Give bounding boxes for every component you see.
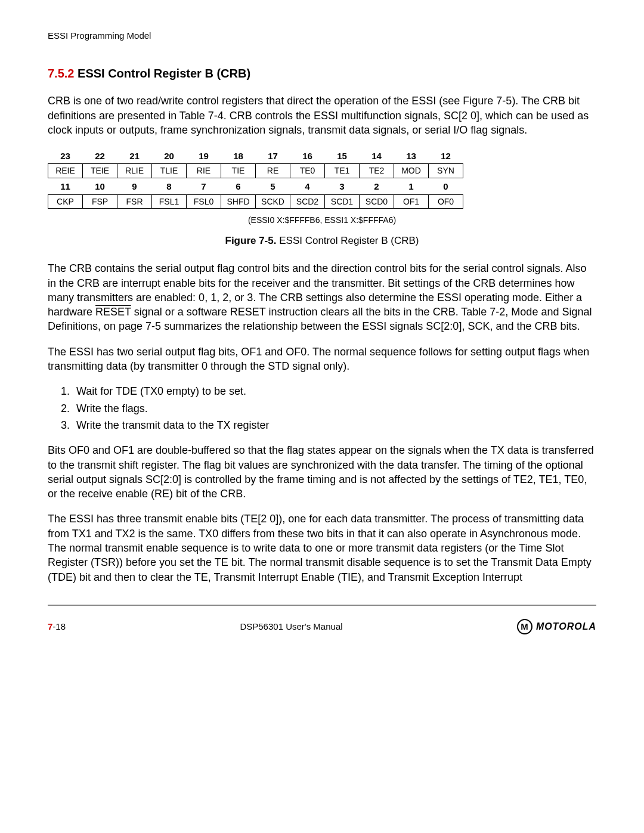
- bit-number-cell: 19: [187, 148, 221, 164]
- bit-name-cell: SCD0: [360, 194, 394, 209]
- step-item: Write the transmit data to the TX regist…: [73, 418, 596, 432]
- step-item: Wait for TDE (TX0 empty) to be set.: [73, 384, 596, 398]
- bit-number-cell: 7: [187, 178, 221, 194]
- manual-name: DSP56301 User's Manual: [66, 621, 517, 633]
- bit-name-cell: MOD: [394, 164, 429, 178]
- bit-number-cell: 0: [429, 178, 463, 194]
- transmit-enable-paragraph: The ESSI has three transmit enable bits …: [48, 512, 596, 584]
- bit-number-cell: 14: [360, 148, 394, 164]
- bit-number-cell: 1: [394, 178, 429, 194]
- bit-name-cell: SCD1: [325, 194, 360, 209]
- bit-name-cell: SYN: [429, 164, 463, 178]
- section-heading: 7.5.2 ESSI Control Register B (CRB): [48, 66, 596, 82]
- section-number: 7.5.2: [48, 67, 74, 80]
- bit-name-cell: OF1: [394, 194, 429, 209]
- figure-title: ESSI Control Register B (CRB): [279, 235, 419, 246]
- bit-name-cell: TLIE: [152, 164, 187, 178]
- bit-number-cell: 10: [83, 178, 117, 194]
- bit-name-cell: OF0: [429, 194, 463, 209]
- bit-name-cell: FSL1: [152, 194, 187, 209]
- bit-name-cell: FSL0: [187, 194, 221, 209]
- bit-name-cell: RE: [256, 164, 290, 178]
- double-buffer-paragraph: Bits OF0 and OF1 are double-buffered so …: [48, 443, 596, 501]
- register-address: (ESSI0 X:$FFFFB6, ESSI1 X:$FFFFA6): [48, 215, 596, 226]
- bit-number-cell: 21: [117, 148, 152, 164]
- output-flag-paragraph: The ESSI has two serial output flag bits…: [48, 345, 596, 374]
- bit-number-cell: 20: [152, 148, 187, 164]
- running-header: ESSI Programming Model: [48, 30, 596, 42]
- motorola-logo: M MOTOROLA: [517, 619, 596, 634]
- bit-name-cell: FSR: [117, 194, 152, 209]
- bit-number-cell: 11: [48, 178, 83, 194]
- bit-number-cell: 8: [152, 178, 187, 194]
- bit-name-cell: CKP: [48, 194, 83, 209]
- page-number: 7-18: [48, 621, 66, 633]
- bit-number-cell: 3: [325, 178, 360, 194]
- bit-name-cell: REIE: [48, 164, 83, 178]
- bit-name-cell: TIE: [221, 164, 256, 178]
- bit-name-cell: TE2: [360, 164, 394, 178]
- bit-number-cell: 12: [429, 148, 463, 164]
- steps-list: Wait for TDE (TX0 empty) to be set. Writ…: [62, 384, 596, 432]
- page-footer: 7-18 DSP56301 User's Manual M MOTOROLA: [48, 605, 596, 634]
- bit-number-cell: 5: [256, 178, 290, 194]
- bit-number-cell: 6: [221, 178, 256, 194]
- bit-number-cell: 16: [290, 148, 325, 164]
- bit-number-cell: 15: [325, 148, 360, 164]
- bit-name-cell: FSP: [83, 194, 117, 209]
- bit-name-cell: RIE: [187, 164, 221, 178]
- intro-paragraph: CRB is one of two read/write control reg…: [48, 94, 596, 137]
- bit-name-cell: TE1: [325, 164, 360, 178]
- bit-name-cell: SCKD: [256, 194, 290, 209]
- bit-number-cell: 17: [256, 148, 290, 164]
- bit-name-cell: RLIE: [117, 164, 152, 178]
- bit-number-cell: 9: [117, 178, 152, 194]
- section-title-text: ESSI Control Register B (CRB): [78, 67, 250, 80]
- bit-name-cell: SCD2: [290, 194, 325, 209]
- motorola-logo-icon: M: [517, 619, 532, 634]
- bit-number-cell: 2: [360, 178, 394, 194]
- figure-label: Figure 7-5.: [225, 235, 277, 246]
- bit-number-cell: 22: [83, 148, 117, 164]
- step-item: Write the flags.: [73, 401, 596, 416]
- crb-description-paragraph: The CRB contains the serial output flag …: [48, 261, 596, 333]
- reset-signal-overline: RESET: [95, 306, 131, 318]
- motorola-logo-text: MOTOROLA: [536, 620, 596, 633]
- bit-name-cell: TE0: [290, 164, 325, 178]
- bit-number-cell: 13: [394, 148, 429, 164]
- bit-name-cell: TEIE: [83, 164, 117, 178]
- figure-caption: Figure 7-5. ESSI Control Register B (CRB…: [48, 234, 596, 248]
- bit-number-cell: 18: [221, 148, 256, 164]
- register-bit-table: 232221201918171615141312 REIETEIERLIETLI…: [48, 148, 596, 209]
- bit-number-cell: 23: [48, 148, 83, 164]
- bit-number-cell: 4: [290, 178, 325, 194]
- bit-name-cell: SHFD: [221, 194, 256, 209]
